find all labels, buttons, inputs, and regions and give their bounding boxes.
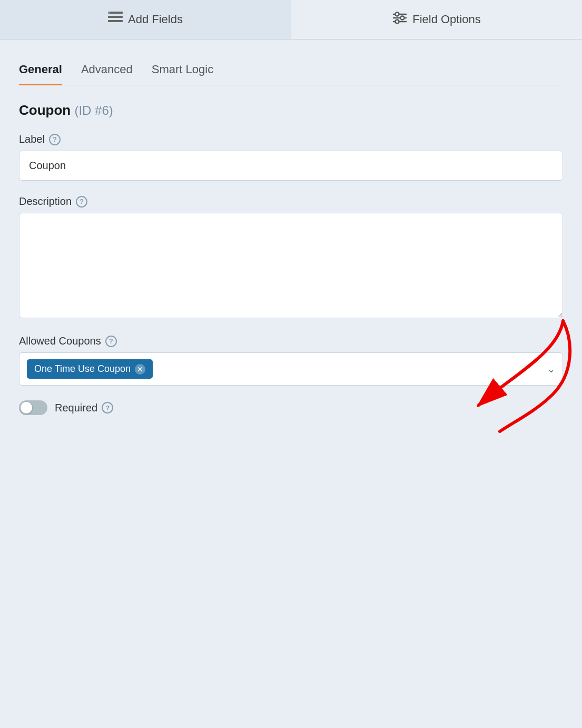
toggle-track bbox=[19, 400, 47, 415]
tab-advanced[interactable]: Advanced bbox=[81, 55, 133, 85]
sub-tab-bar: General Advanced Smart Logic bbox=[19, 55, 563, 85]
required-label: Required ? bbox=[55, 402, 113, 414]
coupon-tag-one-time-use: One Time Use Coupon ✕ bbox=[27, 359, 153, 379]
allowed-coupons-dropdown[interactable]: One Time Use Coupon ✕ ⌄ bbox=[19, 352, 563, 386]
required-toggle[interactable] bbox=[19, 400, 47, 415]
description-textarea[interactable] bbox=[19, 213, 563, 318]
allowed-coupons-field-group: Allowed Coupons ? One Time Use Coupon ✕ … bbox=[19, 335, 563, 386]
svg-point-7 bbox=[401, 16, 405, 20]
required-field-group: Required ? bbox=[19, 400, 563, 415]
required-help-icon[interactable]: ? bbox=[102, 402, 113, 414]
label-input[interactable] bbox=[19, 151, 563, 181]
allowed-coupons-label: Allowed Coupons ? bbox=[19, 335, 563, 347]
field-title: Coupon (ID #6) bbox=[19, 102, 563, 119]
sliders-icon bbox=[392, 12, 407, 27]
description-help-icon[interactable]: ? bbox=[76, 196, 87, 208]
label-help-icon[interactable]: ? bbox=[49, 134, 61, 145]
coupon-tag-remove-button[interactable]: ✕ bbox=[135, 364, 145, 375]
description-field-group: Description ? bbox=[19, 195, 563, 320]
svg-point-9 bbox=[396, 20, 399, 24]
content-area: General Advanced Smart Logic Coupon (ID … bbox=[0, 40, 582, 431]
svg-rect-0 bbox=[108, 12, 123, 14]
tab-general[interactable]: General bbox=[19, 55, 62, 85]
svg-rect-2 bbox=[108, 20, 123, 22]
label-field-group: Label ? bbox=[19, 133, 563, 181]
tab-add-fields[interactable]: Add Fields bbox=[0, 0, 291, 39]
list-icon bbox=[108, 12, 123, 27]
tab-add-fields-label: Add Fields bbox=[128, 13, 183, 26]
dropdown-arrow-icon[interactable]: ⌄ bbox=[547, 363, 555, 375]
top-tab-bar: Add Fields Field Options bbox=[0, 0, 582, 40]
allowed-coupons-help-icon[interactable]: ? bbox=[105, 336, 117, 347]
svg-point-5 bbox=[396, 13, 399, 16]
coupon-field-wrapper: One Time Use Coupon ✕ ⌄ bbox=[19, 352, 563, 386]
description-field-label: Description ? bbox=[19, 195, 563, 208]
svg-rect-1 bbox=[108, 16, 123, 18]
tab-field-options[interactable]: Field Options bbox=[291, 0, 582, 39]
tab-field-options-label: Field Options bbox=[412, 13, 481, 26]
tab-smart-logic[interactable]: Smart Logic bbox=[152, 55, 213, 85]
toggle-knob bbox=[21, 402, 32, 414]
field-id: (ID #6) bbox=[74, 103, 113, 117]
label-field-label: Label ? bbox=[19, 133, 563, 145]
svg-rect-3 bbox=[108, 12, 110, 14]
